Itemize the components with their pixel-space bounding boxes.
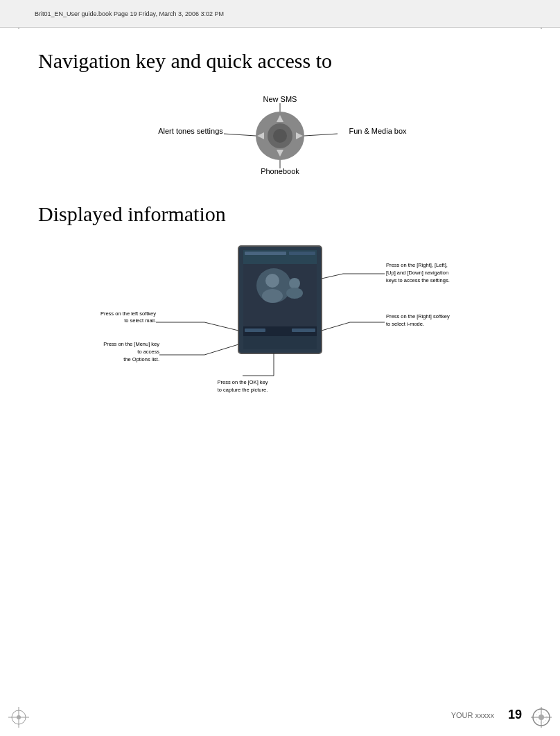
callout-text-right-nav-2: [Up] and [Down] navigation — [386, 270, 448, 276]
dpad-inner — [273, 129, 287, 143]
section1-title: Navigation key and quick access to — [38, 49, 522, 73]
nav-label-left: Alert tones settings — [158, 127, 223, 135]
callout-line-right-softkey — [322, 322, 350, 331]
screen-header-icons — [289, 252, 315, 255]
screen-softkey-right — [292, 328, 315, 332]
screen-photo-head2 — [289, 278, 300, 289]
callout-text-left-softkey-1: Press on the left softkey — [100, 310, 156, 317]
callout-text-right-softkey-1: Press on the [Right] softkey — [386, 313, 450, 319]
header-bar: Brit01_EN_User guide.book Page 19 Friday… — [0, 0, 560, 28]
callout-line-right-nav — [322, 274, 343, 279]
footer-page-number: 19 — [508, 708, 522, 722]
callout-text-menu-2: to access — [137, 349, 159, 355]
nav-label-right: Fun & Media box — [349, 127, 407, 135]
callout-text-menu-1: Press on the [Menu] key — [103, 341, 159, 347]
nav-diagram-svg: New SMS Phonebook Alert tones settings F… — [38, 91, 522, 181]
phone-diagram-svg: Press on the left softkey to select mail… — [38, 240, 522, 435]
screen-photo-body — [262, 289, 283, 303]
callout-text-menu-3: the Options list. — [123, 356, 159, 362]
callout-text-ok-1: Press on the [OK] key — [218, 379, 268, 385]
header-text: Brit01_EN_User guide.book Page 19 Friday… — [35, 10, 224, 17]
corner-mark-bl — [8, 707, 29, 728]
screen-softkey-left — [245, 328, 265, 332]
nav-line-right — [304, 134, 338, 136]
screen-photo-head — [265, 274, 279, 288]
corner-mark-br — [531, 707, 552, 728]
section2-title: Displayed information — [38, 202, 522, 227]
callout-text-left-softkey-2: to select mail. — [124, 317, 156, 324]
screen-photo-body2 — [286, 288, 303, 299]
footer: YOUR xxxxx 19 — [38, 708, 522, 722]
main-content: Navigation key and quick access to New S… — [38, 28, 522, 701]
screen-header-text — [245, 252, 286, 255]
callout-line-menu — [204, 344, 238, 355]
screen-nav-bar — [243, 336, 317, 349]
nav-diagram: New SMS Phonebook Alert tones settings F… — [38, 91, 522, 181]
nav-line-left — [224, 134, 256, 136]
svg-point-16 — [539, 715, 544, 720]
callout-text-right-nav-1: Press on the [Right], [Left], — [386, 262, 448, 268]
callout-text-right-softkey-2: to select i-mode. — [386, 321, 424, 327]
callout-text-ok-2: to capture the picture. — [218, 387, 268, 393]
svg-point-12 — [17, 715, 21, 719]
callout-text-right-nav-3: keys to access the settings. — [386, 277, 450, 283]
phone-diagram: Press on the left softkey to select mail… — [38, 240, 522, 435]
callout-line-left-softkey — [204, 322, 238, 331]
footer-brand: YOUR xxxxx — [451, 711, 494, 719]
nav-label-top: New SMS — [263, 95, 297, 103]
